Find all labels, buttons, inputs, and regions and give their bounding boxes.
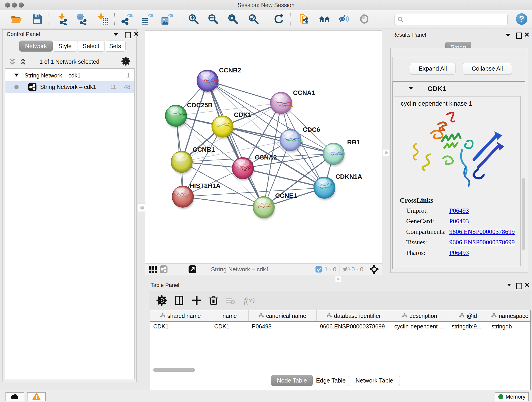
pan-crosshair-icon[interactable]	[369, 264, 379, 274]
network-edge[interactable]	[208, 81, 281, 103]
network-collection-row[interactable]: String Network – cdk1 1	[5, 70, 134, 81]
show-columns-icon[interactable]	[174, 295, 185, 306]
zoom-in-icon[interactable]	[187, 13, 199, 25]
crosslink-link[interactable]: P06493	[449, 217, 469, 225]
column-header-namespace[interactable]: namespace	[488, 310, 532, 321]
first-neighbors-icon[interactable]	[298, 13, 310, 25]
column-header-canonical-name[interactable]: canonical name	[249, 310, 317, 321]
tab-node-table[interactable]: Node Table	[271, 375, 313, 386]
tab-edge-table[interactable]: Edge Table	[313, 375, 349, 386]
cloud-status-button[interactable]	[6, 392, 24, 401]
crosslink-row: Compartments:9606.ENSP00000378699	[406, 228, 446, 235]
table-cell[interactable]: 9606.ENSP00000378699	[320, 323, 389, 330]
sitemap-icon	[327, 313, 332, 319]
zoom-selected-icon[interactable]	[247, 13, 259, 25]
network-node-CDC25B[interactable]	[165, 105, 187, 128]
network-row-selected[interactable]: String Network – cdk1 11 48	[5, 81, 134, 93]
export-network-icon[interactable]	[121, 13, 133, 25]
table-horizontal-scrollbar[interactable]	[153, 368, 195, 372]
panel-menu-icon[interactable]	[505, 33, 512, 39]
column-header-database-identifier[interactable]: database identifier	[317, 310, 391, 321]
column-header--id[interactable]: @id	[448, 310, 488, 321]
memory-button[interactable]: Memory	[495, 392, 529, 401]
show-home-icon[interactable]	[318, 13, 330, 25]
close-panel-icon[interactable]: ✕	[525, 282, 531, 288]
float-panel-icon[interactable]	[125, 32, 132, 38]
crosslink-link[interactable]: P06493	[449, 249, 469, 256]
hide-selected-icon[interactable]	[338, 13, 350, 25]
zoom-fit-icon[interactable]	[227, 13, 239, 25]
export-image-icon[interactable]	[161, 13, 173, 25]
crosslink-link[interactable]: 9606.ENSP00000378699	[449, 228, 515, 235]
float-panel-icon[interactable]	[516, 32, 523, 38]
crosslink-link[interactable]: P06493	[449, 207, 469, 214]
table-cell[interactable]: CDK1	[214, 323, 246, 330]
status-bar: Memory	[0, 390, 532, 402]
close-panel-icon[interactable]: ✕	[524, 32, 531, 38]
close-panel-icon[interactable]: ✕	[133, 32, 140, 37]
warnings-button[interactable]	[27, 392, 46, 401]
collection-expander-icon[interactable]	[14, 74, 19, 77]
hidden-eye-icon	[342, 265, 350, 274]
node-table[interactable]: shared namenamecanonical namedatabase id…	[150, 310, 531, 367]
column-header-description[interactable]: description	[391, 310, 448, 321]
tab-network-table[interactable]: Network Table	[349, 375, 400, 386]
network-edge[interactable]	[183, 197, 264, 207]
import-network-icon[interactable]	[57, 13, 69, 25]
table-cell[interactable]: P06493	[252, 323, 314, 330]
open-session-icon[interactable]	[11, 13, 22, 25]
tab-select[interactable]: Select	[77, 41, 105, 51]
apply-layout-icon[interactable]	[273, 13, 285, 25]
save-session-icon[interactable]	[31, 13, 43, 25]
network-node-CDKN1A[interactable]	[314, 177, 336, 200]
crosslinks-title: CrossLinks	[400, 196, 433, 204]
vertical-splitter-handle[interactable]	[138, 204, 146, 212]
network-node-CCNE1[interactable]	[253, 196, 275, 219]
import-database-icon[interactable]	[76, 13, 88, 25]
network-canvas[interactable]: CCNB2CCNA1CDC25BCDK1CDC6RB1CCNB1CCNA2CDK…	[145, 31, 382, 263]
horizontal-splitter-handle[interactable]	[335, 276, 341, 282]
network-options-gear-icon[interactable]	[121, 57, 130, 67]
cloud-icon	[10, 393, 20, 400]
column-header-name[interactable]: name	[211, 310, 249, 321]
network-node-CDC6[interactable]	[280, 129, 303, 152]
table-toolbar: f(x)	[149, 291, 531, 310]
column-header-shared-name[interactable]: shared name	[150, 310, 211, 321]
section-expander-icon[interactable]	[408, 87, 413, 89]
help-button[interactable]: ?	[516, 13, 527, 25]
vertical-splitter-handle[interactable]	[383, 149, 390, 156]
collapse-all-button[interactable]: Collapse All	[463, 63, 512, 75]
network-node-HIST1H1A[interactable]	[172, 186, 194, 209]
table-cell[interactable]: stringdb	[491, 323, 530, 330]
zoom-out-icon[interactable]	[207, 13, 219, 25]
network-node-CCNA2[interactable]	[232, 157, 254, 180]
export-table-icon[interactable]	[141, 13, 153, 25]
import-table-icon[interactable]	[97, 13, 109, 25]
network-node-CDK1[interactable]	[212, 116, 234, 139]
create-column-icon[interactable]	[191, 295, 202, 306]
panel-menu-icon[interactable]	[114, 33, 120, 39]
table-cell[interactable]: CDK1	[153, 323, 209, 330]
float-panel-icon[interactable]	[516, 283, 523, 289]
tab-network[interactable]: Network	[19, 41, 53, 51]
selected-checkbox-icon[interactable]	[315, 266, 322, 273]
tab-sets[interactable]: Sets	[105, 41, 126, 51]
search-input[interactable]	[405, 15, 505, 24]
crosslink-link[interactable]: 9606.ENSP00000378699	[449, 239, 515, 246]
delete-column-icon[interactable]	[208, 295, 219, 306]
network-node-CCNA1[interactable]	[270, 92, 293, 115]
gene-section-header[interactable]: CDK1	[393, 82, 525, 96]
network-node-RB1[interactable]	[323, 143, 345, 166]
tab-style[interactable]: Style	[53, 41, 77, 51]
panel-menu-icon[interactable]	[507, 283, 513, 289]
network-view-icon[interactable]	[159, 265, 168, 274]
table-cell[interactable]: stringdb:9...	[452, 323, 486, 330]
network-node-CCNB1[interactable]	[171, 151, 193, 174]
node-label-CDK1: CDK1	[234, 111, 251, 118]
table-cell[interactable]: cyclin-dependent ...	[394, 323, 446, 330]
expand-all-button[interactable]: Expand All	[410, 63, 456, 75]
grid-view-icon[interactable]	[149, 265, 157, 274]
birds-eye-view-icon[interactable]	[188, 265, 196, 274]
results-scrollbar[interactable]	[522, 178, 525, 250]
table-options-gear-icon[interactable]	[156, 295, 167, 306]
